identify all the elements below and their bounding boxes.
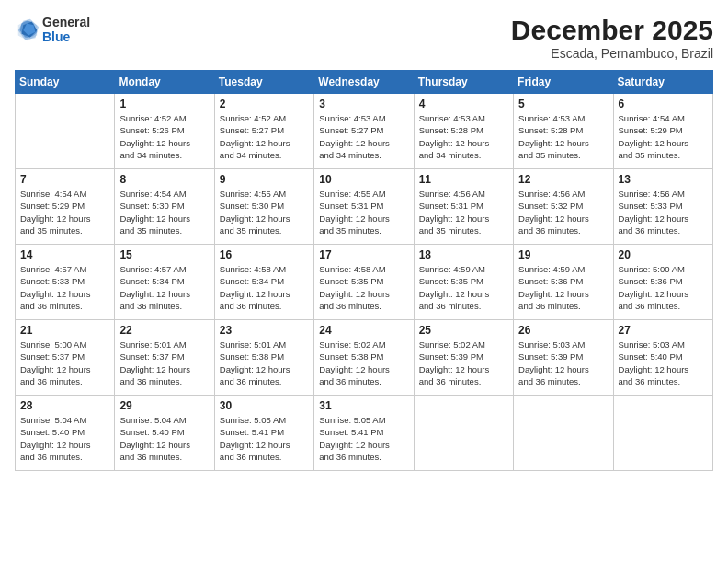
day-info: Sunrise: 4:57 AM Sunset: 5:34 PM Dayligh… [119,263,209,312]
calendar-table: Sunday Monday Tuesday Wednesday Thursday… [15,70,713,471]
col-monday: Monday [115,71,214,94]
calendar-cell [514,396,613,471]
day-info: Sunrise: 5:05 AM Sunset: 5:41 PM Dayligh… [319,414,408,463]
day-info: Sunrise: 4:56 AM Sunset: 5:31 PM Dayligh… [419,188,508,236]
day-number: 2 [220,98,309,110]
calendar-cell: 24Sunrise: 5:02 AM Sunset: 5:38 PM Dayli… [314,320,414,396]
day-info: Sunrise: 4:54 AM Sunset: 5:29 PM Dayligh… [20,188,109,236]
calendar-cell: 5Sunrise: 4:53 AM Sunset: 5:28 PM Daylig… [514,94,613,169]
calendar-cell: 27Sunrise: 5:03 AM Sunset: 5:40 PM Dayli… [613,320,712,396]
day-number: 31 [319,399,408,412]
day-number: 24 [319,324,408,337]
day-info: Sunrise: 4:55 AM Sunset: 5:30 PM Dayligh… [220,188,309,236]
calendar-header-row: Sunday Monday Tuesday Wednesday Thursday… [16,71,713,94]
day-number: 5 [518,98,608,110]
location: Escada, Pernambuco, Brazil [511,46,713,61]
day-number: 8 [119,173,209,186]
calendar-cell: 7Sunrise: 4:54 AM Sunset: 5:29 PM Daylig… [16,169,115,245]
day-number: 1 [119,98,209,110]
day-info: Sunrise: 5:03 AM Sunset: 5:39 PM Dayligh… [518,339,608,387]
calendar-cell: 3Sunrise: 4:53 AM Sunset: 5:27 PM Daylig… [314,94,414,169]
calendar-cell: 23Sunrise: 5:01 AM Sunset: 5:38 PM Dayli… [214,320,313,396]
day-number: 10 [319,173,408,186]
day-number: 3 [319,98,408,110]
week-row-4: 21Sunrise: 5:00 AM Sunset: 5:37 PM Dayli… [16,320,713,396]
day-number: 28 [20,399,109,412]
day-number: 12 [518,173,608,186]
col-wednesday: Wednesday [314,71,414,94]
calendar-cell: 15Sunrise: 4:57 AM Sunset: 5:34 PM Dayli… [115,245,214,320]
day-info: Sunrise: 5:01 AM Sunset: 5:37 PM Dayligh… [119,339,209,387]
day-info: Sunrise: 4:55 AM Sunset: 5:31 PM Dayligh… [319,188,408,236]
day-info: Sunrise: 5:01 AM Sunset: 5:38 PM Dayligh… [220,339,309,387]
day-number: 13 [619,173,708,186]
calendar-cell: 19Sunrise: 4:59 AM Sunset: 5:36 PM Dayli… [514,245,613,320]
calendar-cell: 1Sunrise: 4:52 AM Sunset: 5:26 PM Daylig… [115,94,214,169]
day-info: Sunrise: 5:04 AM Sunset: 5:40 PM Dayligh… [119,414,209,463]
day-number: 17 [319,248,408,261]
calendar-cell: 2Sunrise: 4:52 AM Sunset: 5:27 PM Daylig… [214,94,313,169]
calendar-cell: 22Sunrise: 5:01 AM Sunset: 5:37 PM Dayli… [115,320,214,396]
week-row-3: 14Sunrise: 4:57 AM Sunset: 5:33 PM Dayli… [16,245,713,320]
day-info: Sunrise: 4:53 AM Sunset: 5:28 PM Dayligh… [518,112,608,161]
day-info: Sunrise: 4:56 AM Sunset: 5:33 PM Dayligh… [619,188,708,236]
col-saturday: Saturday [613,71,712,94]
day-info: Sunrise: 5:00 AM Sunset: 5:37 PM Dayligh… [20,339,109,387]
calendar-cell: 20Sunrise: 5:00 AM Sunset: 5:36 PM Dayli… [613,245,712,320]
calendar-cell: 21Sunrise: 5:00 AM Sunset: 5:37 PM Dayli… [16,320,115,396]
week-row-1: 1Sunrise: 4:52 AM Sunset: 5:26 PM Daylig… [16,94,713,169]
calendar-cell: 31Sunrise: 5:05 AM Sunset: 5:41 PM Dayli… [314,396,414,471]
logo-icon [15,17,40,42]
day-number: 22 [119,324,209,337]
day-number: 18 [419,248,508,261]
logo-text: General Blue [42,15,90,44]
day-info: Sunrise: 4:53 AM Sunset: 5:27 PM Dayligh… [319,112,408,161]
calendar-cell: 12Sunrise: 4:56 AM Sunset: 5:32 PM Dayli… [514,169,613,245]
calendar-cell [613,396,712,471]
day-number: 30 [220,399,309,412]
day-info: Sunrise: 4:53 AM Sunset: 5:28 PM Dayligh… [419,112,508,161]
day-number: 19 [518,248,608,261]
calendar-cell: 9Sunrise: 4:55 AM Sunset: 5:30 PM Daylig… [214,169,313,245]
col-tuesday: Tuesday [214,71,313,94]
calendar-cell: 8Sunrise: 4:54 AM Sunset: 5:30 PM Daylig… [115,169,214,245]
day-info: Sunrise: 4:56 AM Sunset: 5:32 PM Dayligh… [518,188,608,236]
calendar-cell [16,94,115,169]
logo: General Blue [15,15,90,44]
day-info: Sunrise: 4:52 AM Sunset: 5:27 PM Dayligh… [220,112,309,161]
calendar-cell: 26Sunrise: 5:03 AM Sunset: 5:39 PM Dayli… [514,320,613,396]
calendar-cell: 30Sunrise: 5:05 AM Sunset: 5:41 PM Dayli… [214,396,313,471]
day-info: Sunrise: 4:54 AM Sunset: 5:29 PM Dayligh… [619,112,708,161]
day-number: 6 [619,98,708,110]
calendar-cell: 14Sunrise: 4:57 AM Sunset: 5:33 PM Dayli… [16,245,115,320]
col-friday: Friday [514,71,613,94]
day-number: 25 [419,324,508,337]
day-info: Sunrise: 4:58 AM Sunset: 5:35 PM Dayligh… [319,263,408,312]
calendar-cell [414,396,513,471]
day-number: 7 [20,173,109,186]
day-number: 23 [220,324,309,337]
day-number: 11 [419,173,508,186]
day-number: 14 [20,248,109,261]
calendar-cell: 16Sunrise: 4:58 AM Sunset: 5:34 PM Dayli… [214,245,313,320]
day-number: 26 [518,324,608,337]
col-thursday: Thursday [414,71,513,94]
day-info: Sunrise: 5:03 AM Sunset: 5:40 PM Dayligh… [619,339,708,387]
day-info: Sunrise: 4:59 AM Sunset: 5:35 PM Dayligh… [419,263,508,312]
day-info: Sunrise: 4:52 AM Sunset: 5:26 PM Dayligh… [119,112,209,161]
day-info: Sunrise: 4:57 AM Sunset: 5:33 PM Dayligh… [20,263,109,312]
day-info: Sunrise: 5:00 AM Sunset: 5:36 PM Dayligh… [619,263,708,312]
day-number: 9 [220,173,309,186]
day-number: 21 [20,324,109,337]
calendar-cell: 4Sunrise: 4:53 AM Sunset: 5:28 PM Daylig… [414,94,513,169]
month-title: December 2025 [511,15,713,46]
day-number: 29 [119,399,209,412]
day-number: 4 [419,98,508,110]
calendar-cell: 28Sunrise: 5:04 AM Sunset: 5:40 PM Dayli… [16,396,115,471]
title-block: December 2025 Escada, Pernambuco, Brazil [511,15,713,61]
calendar-cell: 11Sunrise: 4:56 AM Sunset: 5:31 PM Dayli… [414,169,513,245]
day-info: Sunrise: 4:54 AM Sunset: 5:30 PM Dayligh… [119,188,209,236]
day-info: Sunrise: 5:02 AM Sunset: 5:38 PM Dayligh… [319,339,408,387]
calendar-cell: 10Sunrise: 4:55 AM Sunset: 5:31 PM Dayli… [314,169,414,245]
page: General Blue December 2025 Escada, Perna… [0,0,728,563]
